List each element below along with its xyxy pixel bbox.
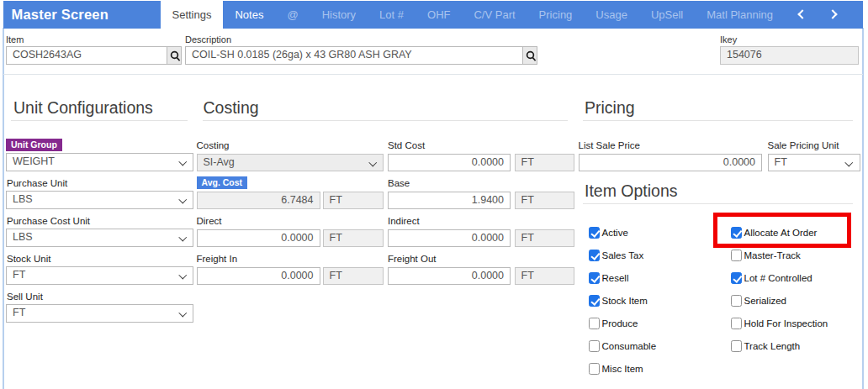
master-track-label: Master-Track [744, 250, 801, 260]
header-divider [3, 74, 863, 75]
chevron-down-icon [845, 158, 853, 166]
costing-method-value: SI-Avg [204, 156, 235, 168]
costing-method-label: Costing [197, 140, 230, 150]
resell-checkbox[interactable] [589, 272, 601, 284]
produce-checkbox[interactable] [589, 318, 601, 329]
sale-pricing-unit-value: FT [775, 156, 787, 168]
title-bar: Master Screen SettingsNotes@HistoryLot #… [3, 1, 863, 29]
indirect-label: Indirect [388, 216, 420, 226]
tab-cv-part[interactable]: C/V Part [462, 1, 527, 29]
description-label: Description [185, 34, 231, 45]
lot-controlled-checkbox[interactable] [731, 272, 743, 284]
std-cost-input[interactable]: 0.0000 [388, 154, 511, 172]
ikey-label: Ikey [720, 34, 737, 45]
freight-in-label: Freight In [197, 254, 238, 264]
base-input[interactable]: 1.9400 [388, 192, 511, 210]
active-checkbox[interactable] [589, 227, 601, 239]
consumable-checkbox[interactable] [589, 340, 601, 352]
lot-controlled-label: Lot # Controlled [744, 273, 812, 283]
tab-lot-number[interactable]: Lot # [368, 1, 415, 29]
tab-usage[interactable]: Usage [584, 1, 639, 29]
frame-right-line [862, 28, 864, 389]
tabs-scroll-left-button[interactable] [791, 1, 812, 29]
purchase-unit-select[interactable]: LBS [6, 191, 193, 209]
pricing-heading: Pricing [583, 97, 853, 121]
purchase-cost-unit-label: Purchase Cost Unit [7, 216, 90, 226]
avg-cost-input: 6.7484 [197, 192, 320, 210]
std-cost-unit-field: FT [515, 154, 575, 172]
indirect-input[interactable]: 0.0000 [388, 229, 511, 248]
costing-method-select[interactable]: SI-Avg [197, 154, 384, 172]
chevron-down-icon [368, 158, 376, 166]
misc-item-checkbox[interactable] [589, 363, 601, 375]
sale-pricing-unit-select[interactable]: FT [768, 154, 860, 172]
tab-pricing[interactable]: Pricing [527, 1, 585, 29]
freight-in-unit-field: FT [323, 267, 384, 286]
sales-tax-checkbox[interactable] [589, 250, 601, 261]
search-icon [526, 50, 537, 62]
purchase-cost-unit-value: LBS [13, 231, 33, 243]
item-options-heading: Item Options [583, 181, 853, 204]
freight-out-label: Freight Out [388, 254, 437, 264]
tab-strip: SettingsNotes@HistoryLot #OHFC/V PartPri… [161, 1, 786, 29]
description-search-button[interactable] [522, 46, 537, 65]
stock-unit-value: FT [13, 269, 25, 281]
std-cost-label: Std Cost [388, 140, 425, 150]
freight-out-unit-field: FT [515, 267, 575, 286]
item-search-button[interactable] [167, 46, 182, 65]
freight-out-input[interactable]: 0.0000 [388, 267, 511, 286]
list-sale-price-input[interactable]: 0.0000 [579, 154, 763, 172]
freight-in-input[interactable]: 0.0000 [197, 267, 320, 286]
stock-item-checkbox[interactable] [589, 295, 601, 307]
purchase-unit-label: Purchase Unit [7, 178, 67, 188]
tab-matl-planning[interactable]: Matl Planning [695, 1, 785, 29]
frame-left-line [3, 28, 4, 389]
serialized-checkbox[interactable] [731, 295, 743, 307]
stock-unit-select[interactable]: FT [6, 266, 193, 285]
chevron-down-icon [178, 234, 186, 241]
base-label: Base [388, 178, 410, 188]
serialized-label: Serialized [744, 296, 787, 306]
track-length-label: Track Length [744, 341, 801, 351]
chevron-down-icon [178, 309, 186, 317]
stock-unit-label: Stock Unit [7, 254, 50, 264]
item-label: Item [6, 34, 24, 45]
hold-for-inspection-checkbox[interactable] [731, 318, 743, 329]
unit-group-select[interactable]: WEIGHT [6, 153, 193, 171]
track-length-checkbox[interactable] [731, 340, 743, 352]
consumable-label: Consumable [602, 341, 657, 351]
direct-input[interactable]: 0.0000 [197, 229, 320, 248]
avg-cost-badge-label: Avg. Cost [197, 176, 248, 189]
page-title: Master Screen [12, 1, 108, 29]
chevron-down-icon [178, 196, 186, 203]
chevron-down-icon [178, 158, 186, 166]
direct-label: Direct [197, 216, 222, 226]
resell-label: Resell [602, 273, 629, 283]
tab-history[interactable]: History [310, 1, 368, 29]
produce-label: Produce [602, 318, 638, 329]
tab-notes[interactable]: Notes [223, 1, 275, 29]
tabs-scroll-right-button[interactable] [824, 1, 846, 29]
hold-for-inspection-label: Hold For Inspection [744, 318, 828, 329]
unit-configurations-heading: Unit Configurations [11, 97, 188, 121]
tab-ohf[interactable]: OHF [415, 1, 462, 29]
ikey-input: 154076 [720, 46, 859, 65]
base-unit-field: FT [515, 192, 575, 210]
active-label: Active [602, 228, 628, 238]
search-icon [170, 50, 181, 62]
tab-upsell[interactable]: UpSell [639, 1, 695, 29]
purchase-cost-unit-select[interactable]: LBS [6, 229, 193, 247]
tab-settings[interactable]: Settings [161, 1, 224, 29]
sell-unit-select[interactable]: FT [6, 304, 193, 323]
list-sale-price-label: List Sale Price [579, 140, 641, 150]
master-track-checkbox[interactable] [731, 250, 743, 261]
avg-cost-unit-field: FT [323, 192, 384, 210]
chevron-left-icon [797, 9, 807, 18]
unit-group-badge-label: Unit Group [6, 139, 62, 151]
item-input[interactable]: COSH2643AG [6, 46, 167, 65]
sell-unit-label: Sell Unit [7, 292, 43, 302]
tab-at[interactable]: @ [275, 1, 310, 29]
sell-unit-value: FT [13, 307, 25, 318]
indirect-unit-field: FT [515, 229, 575, 248]
description-input[interactable]: COIL-SH 0.0185 (26ga) x 43 GR80 ASH GRAY [185, 46, 523, 65]
